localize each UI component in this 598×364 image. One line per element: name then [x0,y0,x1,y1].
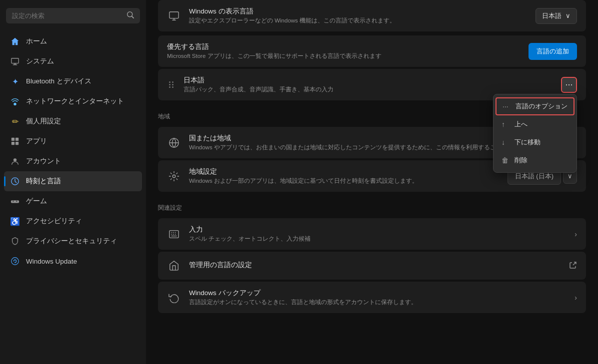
sidebar-nav: ホーム システム ✦ Bluetooth とデバイス ネットワークとインターネッ… [0,31,146,364]
svg-rect-1 [14,64,16,65]
trash-icon: 🗑 [502,156,510,164]
delete-menuitem[interactable]: 🗑 削除 [494,151,576,169]
preferred-language-title: 優先する言語 [167,42,520,51]
personal-icon: ✏ [10,116,20,126]
admin-language-card[interactable]: 管理用の言語の設定 [158,252,586,280]
move-up-menuitem[interactable]: ↑ 上へ [494,115,576,133]
display-language-icon [167,9,181,23]
game-icon [10,196,20,206]
related-settings-label: 関連設定 [146,194,598,216]
sidebar-item-label: Bluetooth とデバイス [26,77,92,86]
sidebar-item-label: 時刻と言語 [26,177,61,186]
sidebar-item-privacy[interactable]: プライバシーとセキュリティ [4,231,142,251]
preferred-language-row: 優先する言語 Microsoft Store アプリは、この一覧で最初にサポート… [158,35,586,67]
sidebar-item-label: システム [26,57,54,66]
sidebar-item-account[interactable]: アカウント [4,151,142,171]
sidebar-item-bluetooth[interactable]: ✦ Bluetooth とデバイス [4,71,142,91]
japanese-language-row[interactable]: 日本語 言語パック、音声合成、音声認識、手書き、基本の入力 ··· ··· 言語… [158,69,586,100]
sidebar-item-label: Windows Update [26,258,77,265]
svg-rect-10 [170,11,178,18]
region-settings-desc: Windows および一部のアプリは、地域設定に基づいて日付と時刻を書式設定しま… [189,177,500,185]
sidebar-item-label: アクセシビリティ [26,217,82,226]
dots-menu-icon: ··· [502,102,510,110]
region-icon [167,136,181,150]
input-title: 入力 [189,225,566,234]
external-link-icon [569,261,577,271]
display-language-title: Windows の表示言語 [189,7,528,16]
input-chevron-icon: › [574,230,577,238]
search-input[interactable] [12,12,123,19]
sidebar-item-update[interactable]: Windows Update [4,251,142,271]
sidebar-item-accessibility[interactable]: ♿ アクセシビリティ [4,211,142,231]
sidebar-item-system[interactable]: システム [4,51,142,71]
account-icon [10,156,20,166]
sidebar-item-label: ゲーム [26,197,47,206]
region-settings-title: 地域設定 [189,167,500,176]
svg-rect-6 [16,142,18,145]
sidebar-item-label: ネットワークとインターネット [26,97,124,106]
admin-icon [167,259,181,273]
svg-rect-3 [12,138,14,141]
input-card[interactable]: 入力 スペル チェック、オートコレクト、入力候補 › [158,218,586,250]
update-icon [10,256,20,266]
network-icon [10,96,20,106]
sidebar-item-label: アプリ [26,137,47,146]
region-settings-icon [167,169,181,183]
accessibility-icon: ♿ [10,216,20,226]
backup-icon [167,291,181,305]
sidebar: ホーム システム ✦ Bluetooth とデバイス ネットワークとインターネッ… [0,0,146,364]
language-context-menu: ··· 言語のオプション ↑ 上へ ↓ 下に移動 🗑 削除 [493,94,577,173]
bluetooth-icon: ✦ [10,76,20,86]
add-language-button[interactable]: 言語の追加 [528,43,577,60]
windows-backup-card[interactable]: Windows バックアップ 言語設定がオンになっているときに、言語と地域の形式… [158,282,586,313]
down-arrow-icon: ↓ [502,138,510,146]
sidebar-item-home[interactable]: ホーム [4,31,142,51]
svg-point-12 [172,175,176,178]
main-content: Windows の表示言語 設定やエクスプローラーなどの Windows 機能は… [146,0,598,364]
apps-icon [10,136,20,146]
svg-point-9 [12,258,18,265]
sidebar-item-label: 個人用設定 [26,117,61,126]
sidebar-item-network[interactable]: ネットワークとインターネット [4,91,142,111]
japanese-desc: 言語パック、音声合成、音声認識、手書き、基本の入力 [184,86,553,93]
svg-rect-2 [13,64,18,65]
sidebar-item-label: アカウント [26,157,61,166]
svg-rect-4 [16,138,18,141]
sidebar-item-apps[interactable]: アプリ [4,131,142,151]
sidebar-item-label: ホーム [26,37,47,46]
display-language-dropdown[interactable]: 日本語 ∨ [536,8,577,24]
search-icon [127,11,134,20]
privacy-icon [10,236,20,246]
svg-point-7 [14,158,16,161]
move-down-menuitem[interactable]: ↓ 下に移動 [494,133,576,151]
search-bar[interactable] [6,8,140,23]
input-desc: スペル チェック、オートコレクト、入力候補 [189,235,566,243]
more-dots-icon: ··· [565,79,572,90]
svg-rect-0 [12,58,18,63]
up-arrow-icon: ↑ [502,120,510,128]
sidebar-item-game[interactable]: ゲーム [4,191,142,211]
drag-handle[interactable] [167,81,176,88]
sidebar-item-label: プライバシーとセキュリティ [26,237,117,246]
backup-chevron-icon: › [574,294,577,302]
backup-desc: 言語設定がオンになっているときに、言語と地域の形式をアカウントに保存します。 [189,299,566,306]
sidebar-item-personal[interactable]: ✏ 個人用設定 [4,111,142,131]
display-language-desc: 設定やエクスプローラーなどの Windows 機能は、この言語で表示されます。 [189,17,528,24]
language-options-menuitem[interactable]: ··· 言語のオプション [496,97,574,115]
sidebar-item-time[interactable]: 時刻と言語 [4,171,142,191]
home-icon [10,36,20,46]
more-options-button[interactable]: ··· [561,77,577,93]
svg-rect-5 [12,142,14,145]
preferred-language-desc: Microsoft Store アプリは、この一覧で最初にサポートされる言語で表… [167,52,520,60]
backup-title: Windows バックアップ [189,289,566,298]
display-language-card[interactable]: Windows の表示言語 設定やエクスプローラーなどの Windows 機能は… [158,0,586,31]
input-icon [167,227,181,241]
admin-language-title: 管理用の言語の設定 [189,261,561,270]
system-icon [10,56,20,66]
time-icon [10,176,20,186]
japanese-title: 日本語 [184,76,553,85]
